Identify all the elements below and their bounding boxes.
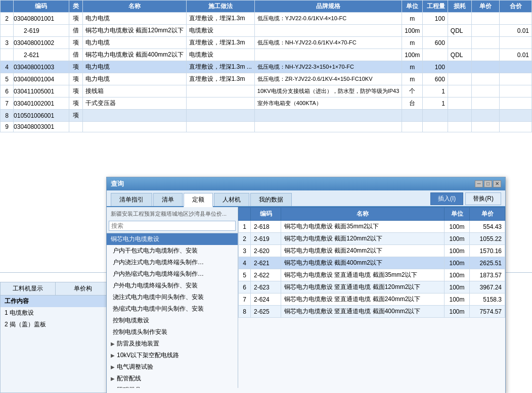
- tree-area: 铜芯电力电缆敷设户内干包式电力电缆制作、安装户内浇注式电力电缆终端头制作…户内热…: [107, 233, 238, 388]
- close-button[interactable]: ✕: [493, 180, 501, 187]
- row-price: [472, 97, 500, 110]
- results-row[interactable]: 5 2-622 铜芯电力电缆敷设 竖直通道电缆 截面35mm2以下 100m 1…: [239, 269, 505, 281]
- result-name: 铜芯电力电缆敷设 竖直通道电缆 截面240mm2以下: [281, 293, 445, 306]
- row-total: [500, 85, 532, 97]
- dialog-tab-清单指引[interactable]: 清单指引: [111, 193, 152, 206]
- row-total: [500, 61, 532, 73]
- row-method: 直埋敷设，埋深1.3m: [186, 73, 254, 85]
- row-code: 030408001003: [14, 61, 69, 73]
- result-num: 7: [239, 293, 251, 306]
- row-code: 030408001002: [14, 37, 69, 49]
- tree-group-label: 电气调整试验: [117, 363, 153, 371]
- dialog-tabs-row: 清单指引清单定额人材机我的数据 插入(I) 替换(R): [107, 190, 505, 207]
- row-num: [1, 25, 14, 37]
- table-row: 4 030408001003 项 电力电缆 直埋敷设，埋深1.3m ... 低压…: [1, 61, 532, 73]
- dialog-tab-人材机[interactable]: 人材机: [214, 193, 249, 206]
- row-price: [472, 85, 500, 97]
- row-name: 铜芯电力电缆敷设 截面120mm2以下: [82, 25, 186, 37]
- dialog-tab-定额[interactable]: 定额: [184, 193, 213, 207]
- query-dialog: 查询 ─ □ ✕ 清单指引清单定额人材机我的数据 插入(I) 替换(R) 新疆安…: [106, 177, 506, 393]
- row-price: [472, 110, 500, 122]
- col-header-name: 名称: [82, 1, 186, 13]
- results-col-header: 单位: [445, 208, 470, 221]
- result-name: 铜芯电力电缆敷设 竖直通道电缆 截面35mm2以下: [281, 269, 445, 281]
- tree-group-item[interactable]: ▶防雷及接地装置: [107, 338, 238, 350]
- row-loss: QDL: [448, 49, 471, 61]
- col-header-total: 合价: [500, 1, 532, 13]
- results-row[interactable]: 8 2-625 铜芯电力电缆敷设 竖直通道电缆 截面400mm2以下 100m …: [239, 306, 505, 318]
- row-method: 直埋敷设，埋深1.3m ...: [186, 61, 254, 73]
- minimize-button[interactable]: ─: [475, 180, 483, 187]
- result-price: 554.43: [470, 221, 505, 233]
- tree-group-item[interactable]: ▶配管配线: [107, 373, 238, 384]
- result-unit: 100m: [445, 221, 470, 233]
- row-loss: [448, 73, 471, 85]
- result-unit: 100m: [445, 293, 470, 306]
- row-type: [69, 122, 82, 132]
- tab-display[interactable]: 工料机显示: [1, 282, 56, 295]
- result-price: 2625.51: [470, 257, 505, 269]
- row-code: 030408001004: [14, 73, 69, 85]
- row-price: [472, 73, 500, 85]
- work-item[interactable]: 2 揭（盖）盖板: [1, 319, 111, 330]
- insert-button[interactable]: 插入(I): [430, 192, 463, 205]
- tree-header[interactable]: 铜芯电力电缆敷设: [107, 233, 238, 245]
- work-item[interactable]: 1 电缆敷设: [1, 307, 111, 319]
- dialog-right-panel: 编码名称单位单价 1 2-618 铜芯电力电缆敷设 截面35mm2以下 100m…: [238, 207, 505, 388]
- row-num: 7: [1, 97, 14, 110]
- dialog-tab-清单[interactable]: 清单: [153, 193, 183, 206]
- results-row[interactable]: 6 2-623 铜芯电力电缆敷设 竖直通道电缆 截面120mm2以下 100m …: [239, 281, 505, 293]
- table-row: 3 030408001002 项 电力电缆 直埋敷设，埋深1.3m 低压电缆：N…: [1, 37, 532, 49]
- row-spec: 低压电缆：YJV22-0.6/1KV-4×10-FC: [254, 13, 402, 25]
- results-col-header: 编码: [251, 208, 281, 221]
- row-type: 项: [69, 73, 82, 85]
- row-code: 2-621: [14, 49, 69, 61]
- tree-group-item[interactable]: ▶电气调整试验: [107, 361, 238, 373]
- row-code: 030408003001: [14, 122, 69, 132]
- tree-item[interactable]: 热缩式电力电缆中间头制作、安装: [107, 303, 238, 315]
- tree-item[interactable]: 户内干包式电力电缆制作、安装: [107, 245, 238, 257]
- maximize-button[interactable]: □: [484, 180, 492, 187]
- dialog-tab-我的数据[interactable]: 我的数据: [250, 193, 292, 206]
- tree-group-item[interactable]: ▶10kV以下架空配电线路: [107, 350, 238, 361]
- results-row[interactable]: 7 2-624 铜芯电力电缆敷设 竖直通道电缆 截面240mm2以下 100m …: [239, 293, 505, 306]
- row-unit: m: [402, 61, 423, 73]
- row-name: 接线箱: [82, 85, 186, 97]
- result-price: 5158.3: [470, 293, 505, 306]
- results-row[interactable]: 1 2-618 铜芯电力电缆敷设 截面35mm2以下 100m 554.43: [239, 221, 505, 233]
- results-col-header: [239, 208, 251, 221]
- result-num: 4: [239, 257, 251, 269]
- row-spec: 10KV电缆分支接线箱（进出），防水型，防护等级为IP43: [254, 85, 402, 97]
- tree-item[interactable]: 控制电缆头制作安装: [107, 326, 238, 338]
- tree-arrow-icon: ▶: [111, 376, 115, 381]
- replace-button[interactable]: 替换(R): [465, 192, 501, 205]
- row-loss: [448, 37, 471, 49]
- tree-group-item[interactable]: ▶照明器具: [107, 384, 238, 388]
- tree-item[interactable]: 浇注式电力电缆中间头制作、安装: [107, 291, 238, 303]
- result-price: 7574.57: [470, 306, 505, 318]
- tree-item[interactable]: 户外电力电缆终端头制作、安装: [107, 280, 238, 291]
- result-unit: 100m: [445, 269, 470, 281]
- tab-price[interactable]: 单价构: [56, 282, 111, 295]
- dialog-db-header: 新疆安装工程预算定额塔城地区沙湾县单位价...: [107, 207, 238, 233]
- row-price: [472, 122, 500, 132]
- col-header-loss: 损耗: [448, 1, 471, 13]
- row-qty: 600: [423, 37, 448, 49]
- tree-item[interactable]: 户内热缩式电力电缆终端头制作…: [107, 268, 238, 280]
- result-price: 1873.57: [470, 269, 505, 281]
- results-row[interactable]: 4 2-621 铜芯电力电缆敷设 截面400mm2以下 100m 2625.51: [239, 257, 505, 269]
- tree-item[interactable]: 户内浇注式电力电缆终端头制作…: [107, 257, 238, 268]
- row-type: 项: [69, 13, 82, 25]
- result-num: 2: [239, 233, 251, 245]
- row-name: 电力电缆: [82, 73, 186, 85]
- row-unit: 100m: [402, 49, 423, 61]
- row-type: 项: [69, 97, 82, 110]
- search-input[interactable]: [109, 221, 236, 231]
- result-name: 铜芯电力电缆敷设 截面240mm2以下: [281, 245, 445, 257]
- tree-item[interactable]: 控制电缆敷设: [107, 315, 238, 326]
- row-method: [186, 85, 254, 97]
- row-loss: [448, 13, 471, 25]
- results-row[interactable]: 2 2-619 铜芯电力电缆敷设 截面120mm2以下 100m 1055.22: [239, 233, 505, 245]
- result-price: 1570.16: [470, 245, 505, 257]
- results-row[interactable]: 3 2-620 铜芯电力电缆敷设 截面240mm2以下 100m 1570.16: [239, 245, 505, 257]
